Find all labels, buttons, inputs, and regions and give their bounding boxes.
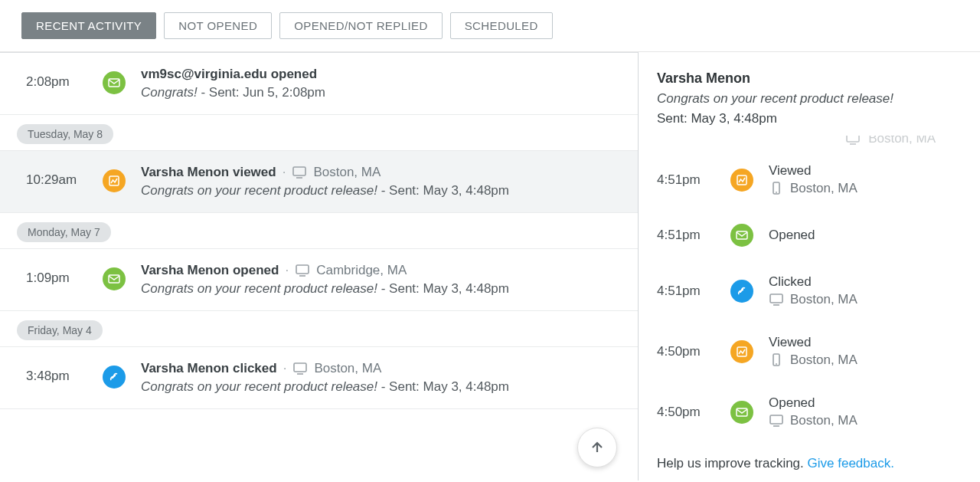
give-feedback-link[interactable]: Give feedback. bbox=[808, 456, 894, 471]
feed-item[interactable]: 1:09pm Varsha Menon opened · Cambridge, … bbox=[0, 248, 638, 311]
opened-icon bbox=[730, 224, 753, 247]
clicked-icon bbox=[103, 366, 126, 389]
feed-who: Varsha Menon opened bbox=[141, 263, 279, 278]
feed-subject: Congrats on your recent product release! bbox=[141, 183, 377, 198]
tab-recent-activity[interactable]: RECENT ACTIVITY bbox=[21, 12, 156, 39]
feed-sent: - Sent: Jun 5, 2:08pm bbox=[198, 85, 325, 100]
tab-bar: RECENT ACTIVITY NOT OPENED OPENED/NOT RE… bbox=[0, 0, 980, 52]
event-action: Clicked bbox=[769, 274, 858, 290]
separator-dot: · bbox=[285, 263, 289, 278]
feed-subject: Congrats on your recent product release! bbox=[141, 281, 377, 296]
viewed-icon bbox=[103, 169, 126, 192]
event-action: Opened bbox=[769, 395, 858, 411]
tab-scheduled[interactable]: SCHEDULED bbox=[450, 12, 553, 39]
feed-time: 10:29am bbox=[26, 165, 103, 188]
feed-sent: - Sent: May 3, 4:48pm bbox=[377, 183, 509, 198]
arrow-up-icon bbox=[590, 440, 605, 455]
feed-sent: - Sent: May 3, 4:48pm bbox=[377, 281, 509, 296]
detail-sent: Sent: May 3, 4:48pm bbox=[657, 111, 962, 126]
event-time: 4:51pm bbox=[657, 228, 730, 243]
scroll-to-top-button[interactable] bbox=[577, 428, 617, 467]
activity-feed: 2:08pm vm9sc@virginia.edu opened Congrat… bbox=[0, 52, 639, 480]
date-pill: Monday, May 7 bbox=[17, 222, 111, 242]
tab-not-opened[interactable]: NOT OPENED bbox=[164, 12, 272, 39]
detail-events: Boston, MA 4:51pm Viewed Boston, MA 4:51… bbox=[657, 136, 962, 447]
feed-item[interactable]: 3:48pm Varsha Menon clicked · Boston, MA… bbox=[0, 346, 638, 409]
feed-location: Boston, MA bbox=[313, 165, 381, 180]
detail-cutoff-location: Boston, MA bbox=[868, 136, 936, 146]
separator-dot: · bbox=[283, 361, 287, 376]
date-group: Friday, May 4 bbox=[0, 311, 638, 346]
feed-location: Cambridge, MA bbox=[316, 263, 407, 278]
feed-who: Varsha Menon clicked bbox=[141, 361, 277, 376]
event-time: 4:50pm bbox=[657, 405, 730, 420]
desktop-icon bbox=[845, 136, 861, 146]
opened-icon bbox=[103, 71, 126, 94]
event-action: Viewed bbox=[769, 335, 858, 350]
mobile-icon bbox=[769, 352, 784, 368]
opened-icon bbox=[103, 267, 126, 290]
feed-subject: Congrats! bbox=[141, 85, 198, 100]
detail-event[interactable]: 4:51pm Viewed Boston, MA bbox=[657, 149, 962, 210]
feed-item[interactable]: 2:08pm vm9sc@virginia.edu opened Congrat… bbox=[0, 52, 638, 115]
detail-subject: Congrats on your recent product release! bbox=[657, 91, 962, 107]
detail-panel: Varsha Menon Congrats on your recent pro… bbox=[639, 52, 980, 480]
feedback-footer: Help us improve tracking. Give feedback. bbox=[657, 447, 962, 471]
desktop-icon bbox=[295, 263, 310, 278]
date-pill: Tuesday, May 8 bbox=[17, 124, 113, 144]
date-group: Tuesday, May 8 bbox=[0, 115, 638, 150]
detail-event[interactable]: 4:51pm Clicked Boston, MA bbox=[657, 261, 962, 321]
event-time: 4:51pm bbox=[657, 284, 730, 299]
event-action: Viewed bbox=[769, 163, 858, 179]
desktop-icon bbox=[292, 361, 308, 376]
event-time: 4:50pm bbox=[657, 344, 730, 359]
detail-event[interactable]: 4:51pm Opened bbox=[657, 210, 962, 261]
detail-cutoff-row: Boston, MA bbox=[845, 136, 936, 146]
viewed-icon bbox=[730, 169, 753, 192]
viewed-icon bbox=[730, 340, 753, 363]
feed-who: Varsha Menon viewed bbox=[141, 165, 276, 180]
feedback-text: Help us improve tracking. bbox=[657, 456, 808, 471]
tab-opened-not-replied[interactable]: OPENED/NOT REPLIED bbox=[279, 12, 442, 39]
opened-icon bbox=[730, 401, 753, 424]
event-location: Boston, MA bbox=[790, 181, 858, 196]
desktop-icon bbox=[769, 292, 784, 307]
separator-dot: · bbox=[283, 165, 286, 180]
feed-time: 2:08pm bbox=[26, 67, 103, 90]
detail-event[interactable]: 4:50pm Viewed Boston, MA bbox=[657, 321, 962, 382]
event-action: Opened bbox=[769, 228, 815, 243]
event-location: Boston, MA bbox=[790, 413, 858, 428]
event-time: 4:51pm bbox=[657, 172, 730, 188]
date-pill: Friday, May 4 bbox=[17, 320, 103, 340]
desktop-icon bbox=[769, 413, 784, 428]
feed-time: 3:48pm bbox=[26, 361, 103, 384]
detail-name: Varsha Menon bbox=[657, 70, 962, 87]
detail-event[interactable]: 4:50pm Opened Boston, MA bbox=[657, 382, 962, 442]
date-group: Monday, May 7 bbox=[0, 213, 638, 248]
feed-subject: Congrats on your recent product release! bbox=[141, 379, 377, 394]
mobile-icon bbox=[769, 181, 784, 196]
feed-sent: - Sent: May 3, 4:48pm bbox=[377, 379, 509, 394]
feed-item[interactable]: 10:29am Varsha Menon viewed · Boston, MA… bbox=[0, 150, 638, 213]
event-location: Boston, MA bbox=[790, 292, 858, 307]
feed-time: 1:09pm bbox=[26, 263, 103, 286]
event-location: Boston, MA bbox=[790, 352, 858, 368]
clicked-icon bbox=[730, 280, 753, 303]
feed-location: Boston, MA bbox=[314, 361, 381, 376]
feed-who: vm9sc@virginia.edu opened bbox=[141, 67, 317, 82]
desktop-icon bbox=[292, 165, 307, 180]
